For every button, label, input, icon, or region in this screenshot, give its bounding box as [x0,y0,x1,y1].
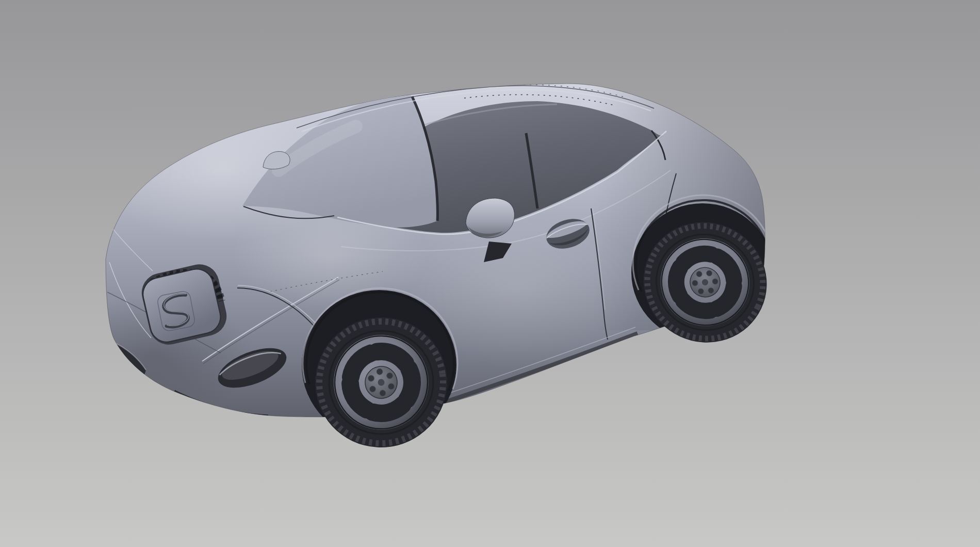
car-render [0,0,980,547]
render-viewport [0,0,980,547]
